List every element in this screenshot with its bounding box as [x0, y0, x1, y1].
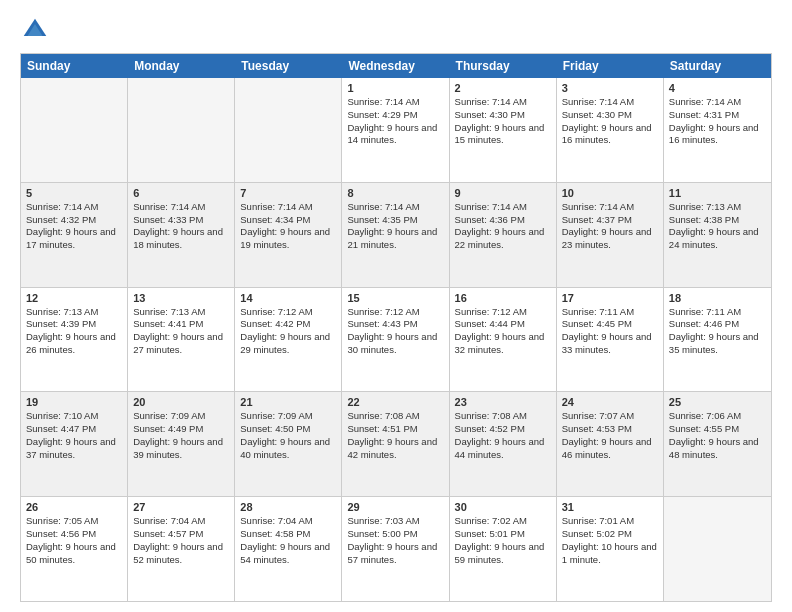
calendar-cell: 28Sunrise: 7:04 AM Sunset: 4:58 PM Dayli…: [235, 497, 342, 601]
calendar-cell: 14Sunrise: 7:12 AM Sunset: 4:42 PM Dayli…: [235, 288, 342, 392]
day-number: 19: [26, 396, 122, 408]
cell-info: Sunrise: 7:03 AM Sunset: 5:00 PM Dayligh…: [347, 515, 443, 566]
calendar-cell: 27Sunrise: 7:04 AM Sunset: 4:57 PM Dayli…: [128, 497, 235, 601]
calendar: Sunday Monday Tuesday Wednesday Thursday…: [20, 53, 772, 602]
calendar-row: 26Sunrise: 7:05 AM Sunset: 4:56 PM Dayli…: [21, 497, 771, 601]
calendar-body: 1Sunrise: 7:14 AM Sunset: 4:29 PM Daylig…: [21, 78, 771, 601]
header-thursday: Thursday: [450, 54, 557, 78]
day-number: 14: [240, 292, 336, 304]
cell-info: Sunrise: 7:14 AM Sunset: 4:33 PM Dayligh…: [133, 201, 229, 252]
cell-info: Sunrise: 7:14 AM Sunset: 4:32 PM Dayligh…: [26, 201, 122, 252]
calendar-cell: 31Sunrise: 7:01 AM Sunset: 5:02 PM Dayli…: [557, 497, 664, 601]
calendar-cell: 6Sunrise: 7:14 AM Sunset: 4:33 PM Daylig…: [128, 183, 235, 287]
cell-info: Sunrise: 7:13 AM Sunset: 4:39 PM Dayligh…: [26, 306, 122, 357]
day-number: 7: [240, 187, 336, 199]
cell-info: Sunrise: 7:09 AM Sunset: 4:50 PM Dayligh…: [240, 410, 336, 461]
day-number: 4: [669, 82, 766, 94]
calendar-cell: 19Sunrise: 7:10 AM Sunset: 4:47 PM Dayli…: [21, 392, 128, 496]
header-friday: Friday: [557, 54, 664, 78]
header-saturday: Saturday: [664, 54, 771, 78]
cell-info: Sunrise: 7:10 AM Sunset: 4:47 PM Dayligh…: [26, 410, 122, 461]
cell-info: Sunrise: 7:14 AM Sunset: 4:31 PM Dayligh…: [669, 96, 766, 147]
cell-info: Sunrise: 7:09 AM Sunset: 4:49 PM Dayligh…: [133, 410, 229, 461]
cell-info: Sunrise: 7:13 AM Sunset: 4:38 PM Dayligh…: [669, 201, 766, 252]
calendar-cell: 29Sunrise: 7:03 AM Sunset: 5:00 PM Dayli…: [342, 497, 449, 601]
calendar-cell: [128, 78, 235, 182]
cell-info: Sunrise: 7:12 AM Sunset: 4:42 PM Dayligh…: [240, 306, 336, 357]
day-number: 17: [562, 292, 658, 304]
calendar-cell: 21Sunrise: 7:09 AM Sunset: 4:50 PM Dayli…: [235, 392, 342, 496]
cell-info: Sunrise: 7:11 AM Sunset: 4:46 PM Dayligh…: [669, 306, 766, 357]
cell-info: Sunrise: 7:01 AM Sunset: 5:02 PM Dayligh…: [562, 515, 658, 566]
day-number: 24: [562, 396, 658, 408]
calendar-cell: 24Sunrise: 7:07 AM Sunset: 4:53 PM Dayli…: [557, 392, 664, 496]
day-number: 13: [133, 292, 229, 304]
day-number: 9: [455, 187, 551, 199]
header-monday: Monday: [128, 54, 235, 78]
cell-info: Sunrise: 7:07 AM Sunset: 4:53 PM Dayligh…: [562, 410, 658, 461]
cell-info: Sunrise: 7:14 AM Sunset: 4:35 PM Dayligh…: [347, 201, 443, 252]
calendar-cell: 11Sunrise: 7:13 AM Sunset: 4:38 PM Dayli…: [664, 183, 771, 287]
cell-info: Sunrise: 7:12 AM Sunset: 4:44 PM Dayligh…: [455, 306, 551, 357]
cell-info: Sunrise: 7:04 AM Sunset: 4:57 PM Dayligh…: [133, 515, 229, 566]
calendar-row: 1Sunrise: 7:14 AM Sunset: 4:29 PM Daylig…: [21, 78, 771, 183]
calendar-cell: 17Sunrise: 7:11 AM Sunset: 4:45 PM Dayli…: [557, 288, 664, 392]
day-number: 3: [562, 82, 658, 94]
calendar-cell: 12Sunrise: 7:13 AM Sunset: 4:39 PM Dayli…: [21, 288, 128, 392]
page: Sunday Monday Tuesday Wednesday Thursday…: [0, 0, 792, 612]
day-number: 5: [26, 187, 122, 199]
calendar-cell: 15Sunrise: 7:12 AM Sunset: 4:43 PM Dayli…: [342, 288, 449, 392]
cell-info: Sunrise: 7:14 AM Sunset: 4:37 PM Dayligh…: [562, 201, 658, 252]
day-number: 25: [669, 396, 766, 408]
day-number: 31: [562, 501, 658, 513]
calendar-header: Sunday Monday Tuesday Wednesday Thursday…: [21, 54, 771, 78]
day-number: 23: [455, 396, 551, 408]
day-number: 20: [133, 396, 229, 408]
calendar-cell: [664, 497, 771, 601]
header-tuesday: Tuesday: [235, 54, 342, 78]
day-number: 26: [26, 501, 122, 513]
calendar-cell: 4Sunrise: 7:14 AM Sunset: 4:31 PM Daylig…: [664, 78, 771, 182]
logo-icon: [20, 15, 50, 45]
cell-info: Sunrise: 7:14 AM Sunset: 4:30 PM Dayligh…: [455, 96, 551, 147]
header: [20, 15, 772, 45]
calendar-cell: 9Sunrise: 7:14 AM Sunset: 4:36 PM Daylig…: [450, 183, 557, 287]
calendar-row: 5Sunrise: 7:14 AM Sunset: 4:32 PM Daylig…: [21, 183, 771, 288]
cell-info: Sunrise: 7:05 AM Sunset: 4:56 PM Dayligh…: [26, 515, 122, 566]
day-number: 16: [455, 292, 551, 304]
calendar-cell: 26Sunrise: 7:05 AM Sunset: 4:56 PM Dayli…: [21, 497, 128, 601]
day-number: 11: [669, 187, 766, 199]
day-number: 12: [26, 292, 122, 304]
header-sunday: Sunday: [21, 54, 128, 78]
cell-info: Sunrise: 7:06 AM Sunset: 4:55 PM Dayligh…: [669, 410, 766, 461]
calendar-cell: 2Sunrise: 7:14 AM Sunset: 4:30 PM Daylig…: [450, 78, 557, 182]
calendar-cell: 10Sunrise: 7:14 AM Sunset: 4:37 PM Dayli…: [557, 183, 664, 287]
calendar-cell: 7Sunrise: 7:14 AM Sunset: 4:34 PM Daylig…: [235, 183, 342, 287]
cell-info: Sunrise: 7:04 AM Sunset: 4:58 PM Dayligh…: [240, 515, 336, 566]
calendar-cell: 25Sunrise: 7:06 AM Sunset: 4:55 PM Dayli…: [664, 392, 771, 496]
day-number: 15: [347, 292, 443, 304]
calendar-cell: 13Sunrise: 7:13 AM Sunset: 4:41 PM Dayli…: [128, 288, 235, 392]
calendar-cell: 30Sunrise: 7:02 AM Sunset: 5:01 PM Dayli…: [450, 497, 557, 601]
day-number: 28: [240, 501, 336, 513]
day-number: 22: [347, 396, 443, 408]
cell-info: Sunrise: 7:02 AM Sunset: 5:01 PM Dayligh…: [455, 515, 551, 566]
calendar-cell: 16Sunrise: 7:12 AM Sunset: 4:44 PM Dayli…: [450, 288, 557, 392]
logo: [20, 15, 54, 45]
day-number: 30: [455, 501, 551, 513]
cell-info: Sunrise: 7:14 AM Sunset: 4:30 PM Dayligh…: [562, 96, 658, 147]
calendar-cell: 1Sunrise: 7:14 AM Sunset: 4:29 PM Daylig…: [342, 78, 449, 182]
day-number: 2: [455, 82, 551, 94]
calendar-cell: 5Sunrise: 7:14 AM Sunset: 4:32 PM Daylig…: [21, 183, 128, 287]
day-number: 8: [347, 187, 443, 199]
day-number: 6: [133, 187, 229, 199]
calendar-cell: [21, 78, 128, 182]
cell-info: Sunrise: 7:08 AM Sunset: 4:51 PM Dayligh…: [347, 410, 443, 461]
day-number: 1: [347, 82, 443, 94]
cell-info: Sunrise: 7:08 AM Sunset: 4:52 PM Dayligh…: [455, 410, 551, 461]
cell-info: Sunrise: 7:14 AM Sunset: 4:29 PM Dayligh…: [347, 96, 443, 147]
calendar-cell: [235, 78, 342, 182]
calendar-row: 12Sunrise: 7:13 AM Sunset: 4:39 PM Dayli…: [21, 288, 771, 393]
day-number: 27: [133, 501, 229, 513]
cell-info: Sunrise: 7:13 AM Sunset: 4:41 PM Dayligh…: [133, 306, 229, 357]
